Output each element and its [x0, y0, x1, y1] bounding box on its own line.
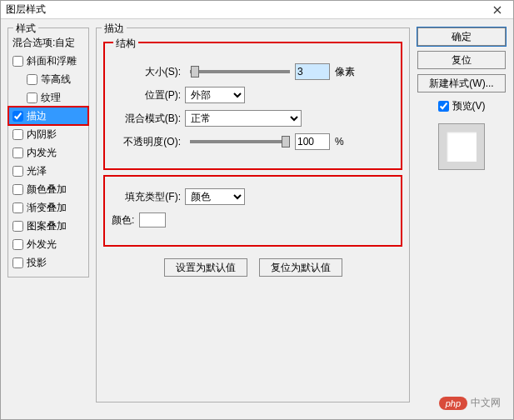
position-label: 位置(P):	[105, 88, 185, 102]
titlebar: 图层样式	[1, 1, 513, 19]
color-row: 颜色:	[105, 208, 391, 232]
inner-glow-label: 内发光	[27, 146, 57, 160]
fill-type-row: 填充类型(F): 颜色	[105, 185, 391, 208]
satin-label: 光泽	[27, 164, 47, 178]
size-row: 大小(S): 像素	[105, 60, 391, 83]
style-item-gradient-overlay[interactable]: 渐变叠加	[8, 198, 88, 217]
bevel-label: 斜面和浮雕	[27, 54, 77, 68]
new-style-button[interactable]: 新建样式(W)...	[417, 74, 506, 92]
styles-legend: 样式	[13, 22, 38, 36]
fill-group: 填充类型(F): 颜色 颜色:	[103, 175, 402, 247]
styles-column: 样式 混合选项:自定 斜面和浮雕 等高线 纹理 描	[1, 19, 92, 419]
outer-glow-label: 外发光	[27, 238, 57, 252]
color-overlay-checkbox[interactable]	[12, 184, 23, 195]
color-swatch[interactable]	[139, 212, 166, 228]
style-item-pattern-overlay[interactable]: 图案叠加	[8, 217, 88, 235]
style-item-color-overlay[interactable]: 颜色叠加	[8, 180, 88, 198]
contour-label: 等高线	[41, 72, 71, 87]
texture-label: 纹理	[41, 91, 61, 105]
style-item-texture[interactable]: 纹理	[8, 88, 88, 107]
preview-checkbox[interactable]	[438, 101, 449, 112]
size-unit: 像素	[335, 65, 355, 79]
inner-shadow-label: 内阴影	[27, 128, 57, 142]
blend-mode-select[interactable]: 正常	[185, 110, 302, 127]
structure-legend: 结构	[113, 37, 138, 51]
drop-shadow-checkbox[interactable]	[12, 258, 23, 268]
color-label: 颜色:	[112, 213, 134, 228]
opacity-label: 不透明度(O):	[105, 135, 185, 149]
watermark: php 中文网	[439, 396, 501, 410]
drop-shadow-label: 投影	[27, 256, 47, 270]
style-item-inner-shadow[interactable]: 内阴影	[8, 125, 88, 143]
close-icon	[493, 6, 502, 14]
style-item-inner-glow[interactable]: 内发光	[8, 143, 88, 162]
preview-label: 预览(V)	[452, 99, 486, 113]
stroke-label: 描边	[27, 109, 47, 123]
gradient-overlay-label: 渐变叠加	[27, 201, 67, 215]
inner-shadow-checkbox[interactable]	[12, 129, 23, 140]
style-item-contour[interactable]: 等高线	[8, 70, 88, 88]
pattern-overlay-label: 图案叠加	[27, 219, 67, 233]
opacity-row: 不透明度(O): %	[105, 130, 391, 153]
position-select[interactable]: 外部	[185, 87, 245, 103]
style-item-stroke[interactable]: 描边	[8, 107, 88, 125]
ok-button[interactable]: 确定	[417, 28, 506, 46]
size-input[interactable]	[295, 63, 330, 80]
watermark-badge: php	[439, 397, 467, 410]
opacity-slider-thumb[interactable]	[282, 136, 290, 148]
structure-group: 结构 大小(S): 像素 位置(P): 外部	[103, 42, 402, 170]
stroke-group-legend: 描边	[102, 22, 127, 36]
default-buttons-row: 设置为默认值 复位为默认值	[103, 258, 402, 277]
pattern-overlay-checkbox[interactable]	[12, 221, 23, 232]
close-button[interactable]	[482, 1, 513, 19]
style-item-drop-shadow[interactable]: 投影	[8, 253, 88, 272]
blend-options-item[interactable]: 混合选项:自定	[8, 33, 88, 52]
preview-check-row[interactable]: 预览(V)	[438, 99, 486, 113]
gradient-overlay-checkbox[interactable]	[12, 202, 23, 213]
style-item-satin[interactable]: 光泽	[8, 162, 88, 180]
preview-box	[438, 123, 485, 170]
stroke-checkbox[interactable]	[12, 111, 23, 122]
contour-checkbox[interactable]	[27, 74, 37, 85]
preview-inner	[447, 132, 477, 162]
center-column: 描边 结构 大小(S): 像素 位置(P): 外部	[92, 19, 413, 419]
satin-checkbox[interactable]	[12, 166, 23, 177]
style-item-bevel[interactable]: 斜面和浮雕	[8, 52, 88, 70]
stroke-group: 描边 结构 大小(S): 像素 位置(P): 外部	[96, 28, 410, 402]
blend-mode-row: 混合模式(B): 正常	[105, 107, 391, 130]
blend-options-label: 混合选项:自定	[12, 36, 75, 50]
inner-glow-checkbox[interactable]	[12, 148, 23, 158]
texture-checkbox[interactable]	[27, 92, 37, 103]
window-title: 图层样式	[6, 2, 46, 17]
outer-glow-checkbox[interactable]	[12, 239, 23, 250]
style-item-outer-glow[interactable]: 外发光	[8, 235, 88, 253]
size-slider-thumb[interactable]	[191, 66, 199, 78]
color-overlay-label: 颜色叠加	[27, 182, 67, 197]
blend-mode-label: 混合模式(B):	[105, 112, 185, 126]
opacity-unit: %	[335, 136, 344, 148]
fill-type-select[interactable]: 颜色	[185, 188, 245, 205]
size-slider[interactable]	[190, 70, 290, 73]
fill-type-label: 填充类型(F):	[105, 190, 185, 204]
set-default-button[interactable]: 设置为默认值	[164, 258, 247, 277]
opacity-input[interactable]	[295, 133, 330, 150]
right-column: 确定 复位 新建样式(W)... 预览(V)	[413, 19, 513, 419]
opacity-slider[interactable]	[190, 140, 290, 143]
position-row: 位置(P): 外部	[105, 83, 391, 107]
size-label: 大小(S):	[105, 65, 185, 79]
bevel-checkbox[interactable]	[12, 56, 23, 67]
reset-default-button[interactable]: 复位为默认值	[259, 258, 342, 277]
reset-button[interactable]: 复位	[417, 51, 506, 69]
styles-group: 样式 混合选项:自定 斜面和浮雕 等高线 纹理 描	[7, 28, 89, 278]
watermark-text: 中文网	[471, 396, 501, 410]
